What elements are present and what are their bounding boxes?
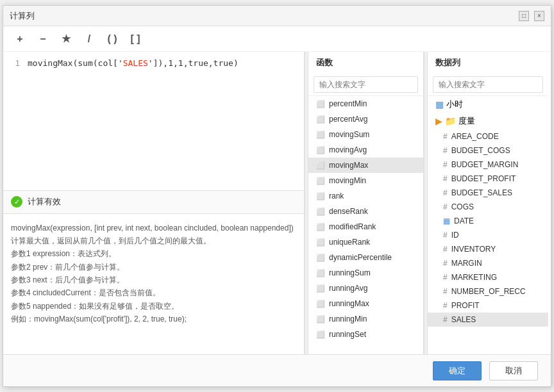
func-label: dynamicPercentile — [329, 253, 392, 262]
func-icon: ⬜ — [316, 314, 325, 323]
data-item[interactable]: # BUDGET_MARGIN — [428, 158, 548, 172]
subtract-button[interactable]: − — [34, 30, 52, 48]
hash-icon: # — [443, 301, 448, 310]
calendar-icon: ▦ — [435, 99, 444, 110]
paren-button[interactable]: ( ) — [103, 30, 121, 48]
hash-icon: # — [443, 273, 448, 282]
data-panel: 数据列 ▦ 小时 ▶ 📁 度量 # — [428, 52, 548, 354]
code-col-val: SALES — [123, 58, 148, 68]
list-item[interactable]: ⬜ runningAvg — [308, 281, 423, 296]
func-icon: ⬜ — [316, 115, 325, 124]
code-content: movingMax(sum(col['SALES']),1,1,true,tru… — [28, 58, 239, 68]
data-item[interactable]: # INVENTORY — [428, 242, 548, 256]
divide-button[interactable]: / — [80, 30, 98, 48]
func-icon: ⬜ — [316, 130, 325, 139]
list-item[interactable]: ⬜ denseRank — [308, 204, 423, 219]
data-panel-header: 数据列 — [428, 52, 548, 74]
list-item[interactable]: ⬜ percentAvg — [308, 111, 423, 127]
data-item-label: BUDGET_COGS — [451, 146, 510, 155]
list-item[interactable]: ⬜ movingAvg — [308, 142, 423, 158]
list-item-active[interactable]: ⬜ movingMax — [308, 158, 423, 173]
hash-icon: # — [443, 259, 448, 268]
func-label: movingMin — [329, 176, 366, 185]
functions-header: 函数 — [308, 52, 423, 74]
func-icon: ⬜ — [316, 176, 325, 185]
list-item[interactable]: ⬜ movingSum — [308, 127, 423, 142]
list-item[interactable]: ⬜ modifiedRank — [308, 219, 423, 234]
dialog: 计算列 □ × + − ★ / ( ) [ ] 1 movingMax(sum(… — [3, 5, 551, 387]
hash-icon: # — [443, 202, 448, 211]
close-button[interactable]: × — [534, 11, 544, 21]
data-item-label: BUDGET_SALES — [451, 188, 512, 197]
titlebar-controls: □ × — [519, 11, 544, 21]
list-item[interactable]: ⬜ runningSum — [308, 265, 423, 281]
func-icon: ⬜ — [316, 268, 325, 277]
hash-icon: # — [443, 174, 448, 183]
data-search-input[interactable] — [433, 76, 543, 93]
data-item[interactable]: # BUDGET_COGS — [428, 143, 548, 158]
data-item[interactable]: # MARGIN — [428, 256, 548, 270]
data-item-label: BUDGET_MARGIN — [451, 160, 519, 169]
list-item[interactable]: ⬜ rank — [308, 188, 423, 204]
hash-icon: # — [443, 245, 448, 254]
data-item-label: PROFIT — [451, 301, 480, 310]
minimize-button[interactable]: □ — [519, 11, 529, 21]
bracket-button[interactable]: [ ] — [126, 30, 144, 48]
data-item[interactable]: ▦ DATE — [428, 214, 548, 228]
data-item[interactable]: # BUDGET_PROFIT — [428, 172, 548, 186]
func-label: runningMin — [329, 314, 367, 323]
data-item[interactable]: # AREA_CODE — [428, 129, 548, 143]
editor-panel: 1 movingMax(sum(col['SALES']),1,1,true,t… — [3, 52, 305, 354]
hash-icon: # — [443, 132, 448, 141]
list-item[interactable]: ⬜ runningSet — [308, 327, 423, 342]
data-item-label: DATE — [454, 216, 474, 225]
hash-icon: # — [443, 146, 448, 155]
cancel-button[interactable]: 取消 — [489, 361, 538, 380]
list-item[interactable]: ⬜ uniqueRank — [308, 234, 423, 250]
list-item[interactable]: ⬜ movingMin — [308, 173, 423, 188]
data-item-label: MARKETING — [451, 273, 497, 282]
star-button[interactable]: ★ — [57, 30, 75, 48]
description-panel: movingMax(expression, [int prev, int nex… — [3, 214, 304, 355]
func-label: movingMax — [329, 161, 368, 170]
hash-icon: # — [443, 188, 448, 197]
functions-search-container — [308, 74, 423, 96]
functions-list: ⬜ percentMin ⬜ percentAvg ⬜ movingSum ⬜ … — [308, 96, 423, 354]
code-editor[interactable]: 1 movingMax(sum(col['SALES']),1,1,true,t… — [3, 52, 304, 191]
functions-search-input[interactable] — [314, 76, 418, 93]
data-item[interactable]: # COGS — [428, 200, 548, 214]
right-panels: 函数 ⬜ percentMin ⬜ percentAvg ⬜ — [308, 52, 551, 354]
func-icon: ⬜ — [316, 99, 325, 108]
data-item[interactable]: # NUMBER_OF_RECC — [428, 284, 548, 298]
data-item[interactable]: # MARKETING — [428, 270, 548, 284]
add-button[interactable]: + — [11, 30, 29, 48]
data-item-label: AREA_CODE — [451, 132, 499, 141]
func-label: runningAvg — [329, 284, 368, 293]
hash-icon: # — [443, 231, 448, 240]
data-item-label: INVENTORY — [451, 245, 496, 254]
data-item[interactable]: # ID — [428, 228, 548, 242]
content-area: 1 movingMax(sum(col['SALES']),1,1,true,t… — [3, 52, 551, 354]
data-section-duliang[interactable]: ▶ 📁 度量 — [428, 113, 548, 129]
data-section-shixiao[interactable]: ▦ 小时 — [428, 96, 548, 113]
func-label: uniqueRank — [329, 238, 370, 247]
func-icon: ⬜ — [316, 253, 325, 262]
func-icon: ⬜ — [316, 192, 325, 200]
description-text: movingMax(expression, [int prev, int nex… — [11, 222, 296, 326]
line-number: 1 — [10, 58, 20, 68]
titlebar: 计算列 □ × — [3, 6, 551, 26]
data-item[interactable]: # BUDGET_SALES — [428, 186, 548, 200]
list-item[interactable]: ⬜ percentMin — [308, 96, 423, 111]
data-list: ▦ 小时 ▶ 📁 度量 # AREA_CODE # BUDGET_COGS — [428, 96, 548, 354]
dialog-title: 计算列 — [10, 10, 35, 22]
list-item[interactable]: ⬜ runningMax — [308, 296, 423, 311]
func-icon: ⬜ — [316, 299, 325, 308]
confirm-button[interactable]: 确定 — [433, 361, 482, 380]
data-item-label: MARGIN — [451, 259, 482, 268]
list-item[interactable]: ⬜ dynamicPercentile — [308, 250, 423, 265]
data-item[interactable]: # PROFIT — [428, 298, 548, 313]
list-item[interactable]: ⬜ runningMin — [308, 311, 423, 327]
data-item-sales[interactable]: # SALES — [428, 313, 548, 327]
func-label: movingSum — [329, 130, 369, 139]
data-item-label: SALES — [451, 315, 476, 324]
